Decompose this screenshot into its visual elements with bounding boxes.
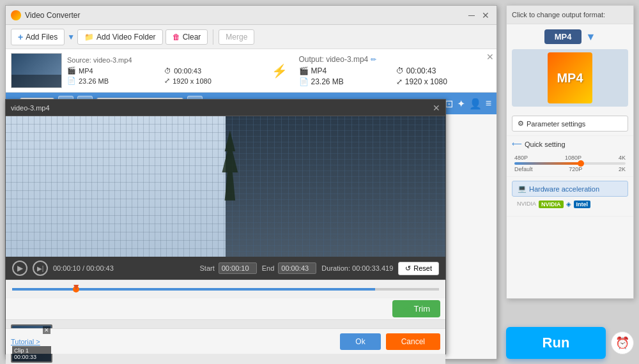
clear-label: Clear [183, 33, 201, 42]
output-format: 🎬 MP4 [299, 66, 394, 75]
bottom-bar: Tutorial > Ok Cancel [6, 328, 445, 354]
preview-close-button[interactable]: ✕ [433, 103, 440, 113]
title-controls: ─ ✕ [466, 10, 491, 21]
quick-setting-icon: ⟵ [512, 140, 522, 148]
toolbar-divider [213, 29, 213, 45]
output-info: Output: video-3.mp4 ✏ 🎬 MP4 ⏱ 00:00:43 📄… [299, 55, 492, 86]
edit-icon[interactable]: ✏ [371, 56, 376, 64]
trim-row: ✂ Trim [6, 298, 445, 319]
format-badge: MP4 [544, 29, 582, 44]
cancel-button[interactable]: Cancel [386, 333, 440, 350]
param-section: ⚙ Parameter settings [507, 112, 633, 136]
timeline-fill [12, 288, 375, 291]
settings-icon: ⚙ [518, 119, 524, 128]
start-label: Start [200, 264, 215, 272]
close-row-button[interactable]: ✕ [486, 52, 494, 62]
source-size: 📄 23.26 MB [67, 77, 162, 85]
alarm-icon: ⏰ [615, 336, 629, 350]
film-icon: 🎬 [67, 66, 76, 75]
format-selector: MP4 ▼ [507, 24, 633, 49]
label-720p: 720P [569, 166, 582, 172]
file-icon-out: 📄 [299, 77, 309, 86]
run-section: Run ⏰ [506, 327, 634, 359]
app-icon [11, 10, 21, 20]
ok-button[interactable]: Ok [340, 333, 380, 350]
merge-button[interactable]: Merge [219, 29, 254, 45]
alarm-button[interactable]: ⏰ [611, 331, 634, 354]
format-preview: MP4 [512, 49, 628, 107]
source-format: 🎬 MP4 [67, 66, 162, 75]
source-label: Source: video-3.mp4 [67, 56, 260, 64]
hw-chips: NVIDIA NVIDIA ◈ Intel [512, 201, 628, 212]
minimize-button[interactable]: ─ [466, 10, 477, 21]
label-1080p: 1080P [565, 155, 581, 161]
add-folder-label: Add Video Folder [96, 33, 156, 42]
effects-icon[interactable]: ✦ [457, 98, 465, 110]
convert-arrow: ⚡ [265, 63, 294, 79]
current-time: 00:00:10 / 00:00:43 [53, 264, 114, 272]
timeline-marker: ▼ [72, 282, 81, 292]
subtitle-edit-icon[interactable]: ≡ [486, 98, 491, 109]
quick-setting-header: ⟵ Quick setting [512, 140, 628, 148]
start-group: Start [200, 262, 257, 274]
trim-button[interactable]: ✂ Trim [392, 300, 440, 317]
source-duration: ⏱ 00:00:43 [164, 66, 259, 75]
add-folder-button[interactable]: 📁 Add Video Folder [77, 29, 163, 45]
dropdown-arrow[interactable]: ▼ [67, 33, 75, 42]
param-settings-button[interactable]: ⚙ Parameter settings [512, 116, 628, 132]
film-icon-out: 🎬 [299, 66, 309, 75]
quality-labels-top: 480P 1080P 4K [514, 155, 626, 161]
add-files-button[interactable]: + Add Files [11, 29, 65, 45]
hw-accel-section: 💻 Hardware acceleration NVIDIA NVIDIA ◈ … [507, 177, 633, 216]
video-thumbnail [11, 53, 62, 88]
watermark-icon[interactable]: 👤 [469, 98, 482, 110]
lightning-icon: ⚡ [272, 63, 288, 79]
clock-icon-out: ⏱ [396, 66, 404, 75]
hw-icon: 💻 [518, 185, 527, 193]
start-input[interactable] [219, 262, 257, 274]
preview-title: video-3.mp4 [11, 104, 433, 112]
clip-close-button[interactable]: ✕ [43, 326, 50, 334]
nvidia-label: NVIDIA [517, 201, 536, 208]
close-button[interactable]: ✕ [480, 10, 491, 21]
quality-thumb[interactable] [578, 160, 584, 167]
output-grid: 🎬 MP4 ⏱ 00:00:43 📄 23.26 MB ⤢ 1920 x 108… [299, 66, 492, 86]
quality-slider-container: 480P 1080P 4K Default 720P 2K [512, 152, 628, 172]
scissors-icon: ✂ [403, 304, 410, 314]
next-frame-button[interactable]: ▶| [33, 261, 48, 276]
clear-button[interactable]: 🗑 Clear [166, 29, 208, 45]
quality-track[interactable] [514, 162, 626, 165]
duration-display: Duration: 00:00:33.419 [321, 264, 393, 272]
right-panel: Click to change output format: MP4 ▼ MP4… [506, 5, 634, 299]
format-dropdown-icon[interactable]: ▼ [585, 31, 596, 43]
source-resolution: ⤢ 1920 x 1080 [164, 77, 259, 85]
reset-button[interactable]: ↺ Reset [398, 262, 439, 275]
title-bar: Video Converter ─ ✕ [6, 6, 497, 25]
tutorial-link[interactable]: Tutorial > [11, 338, 40, 345]
mp4-icon: MP4 [548, 52, 592, 103]
end-input[interactable] [278, 262, 316, 274]
folder-icon: 📁 [84, 33, 94, 42]
file-icon: 📄 [67, 77, 76, 85]
hw-accel-button[interactable]: 💻 Hardware acceleration [512, 181, 628, 197]
timeline[interactable]: ▼ [6, 280, 445, 298]
run-button[interactable]: Run [506, 327, 606, 359]
clip-label: Clip 1 00:00:33 [12, 346, 51, 361]
resolution-icon-out: ⤢ [396, 77, 403, 86]
panel-header: Click to change output format: [507, 6, 633, 24]
add-files-label: Add Files [26, 33, 58, 42]
playback-controls: ▶ ▶| 00:00:10 / 00:00:43 Start End Durat… [6, 257, 445, 280]
reset-icon: ↺ [405, 264, 411, 273]
building-left [6, 116, 247, 257]
output-resolution: ⤢ 1920 x 1080 [396, 77, 491, 86]
quick-setting-section: ⟵ Quick setting 480P 1080P 4K Default 72… [507, 136, 633, 177]
intel-icon: ◈ [566, 201, 571, 208]
merge-label: Merge [226, 33, 247, 42]
clock-icon: ⏱ [164, 67, 171, 75]
play-button[interactable]: ▶ [12, 261, 27, 276]
quality-fill [514, 162, 581, 165]
app-title: Video Converter [25, 11, 466, 20]
trim-label: Trim [413, 304, 430, 314]
video-scene [6, 116, 445, 257]
quality-labels-bottom: Default 720P 2K [514, 166, 626, 172]
